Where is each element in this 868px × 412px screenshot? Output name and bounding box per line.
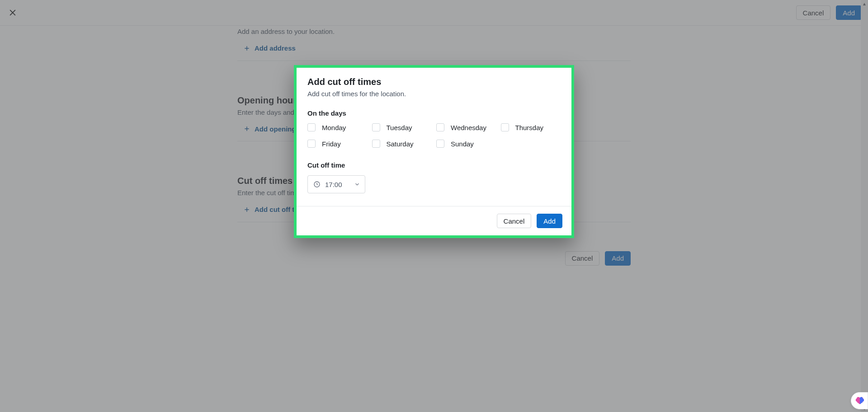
day-label: Wednesday [451,124,486,131]
day-saturday[interactable]: Saturday [372,140,432,148]
brain-icon [854,396,864,406]
modal-add-label: Add [543,218,556,225]
clock-icon [313,181,321,188]
checkbox-icon [501,123,509,131]
checkbox-icon [372,123,380,131]
day-label: Friday [322,140,341,148]
days-group-label: On the days [307,109,561,117]
modal-add-button[interactable]: Add [537,214,562,228]
chevron-down-icon [354,181,360,187]
modal-cancel-button[interactable]: Cancel [497,214,532,228]
modal-subtitle: Add cut off times for the location. [307,90,561,98]
checkbox-icon [436,140,444,148]
day-label: Saturday [387,140,414,148]
day-label: Thursday [515,124,544,131]
day-friday[interactable]: Friday [307,140,368,148]
assistant-widget[interactable] [851,392,868,409]
checkbox-icon [436,123,444,131]
modal-title: Add cut off times [307,77,561,87]
modal-footer: Cancel Add [297,206,571,235]
cutoff-modal: Add cut off times Add cut off times for … [294,65,574,238]
day-label: Tuesday [387,124,412,131]
checkbox-icon [372,140,380,148]
day-label: Monday [322,124,346,131]
checkbox-icon [307,123,316,131]
day-thursday[interactable]: Thursday [501,123,561,131]
modal-body: Add cut off times Add cut off times for … [297,68,571,206]
checkbox-icon [307,140,316,148]
day-monday[interactable]: Monday [307,123,368,131]
day-sunday[interactable]: Sunday [436,140,496,148]
cutoff-time-value: 17:00 [325,181,349,188]
cutoff-time-select[interactable]: 17:00 [307,175,365,193]
days-grid: Monday Tuesday Wednesday Thursday Friday… [307,123,561,148]
day-label: Sunday [451,140,474,148]
day-wednesday[interactable]: Wednesday [436,123,496,131]
modal-cancel-label: Cancel [504,218,525,225]
time-group-label: Cut off time [307,161,561,169]
day-tuesday[interactable]: Tuesday [372,123,432,131]
